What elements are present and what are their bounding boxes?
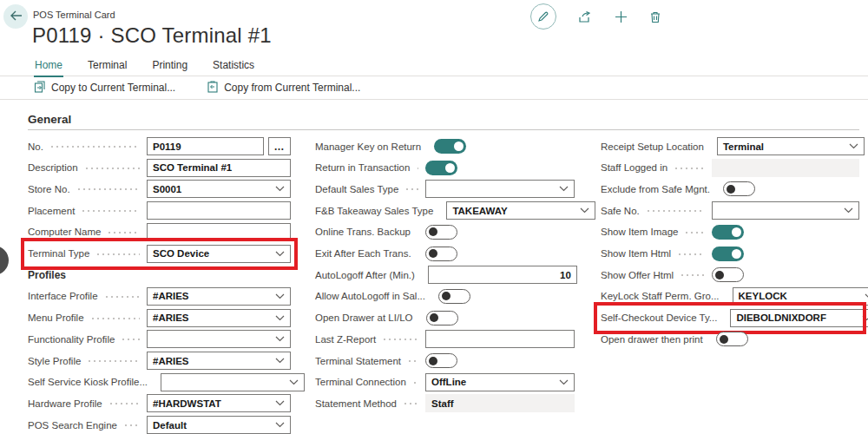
input-autologoff-after-min[interactable]: 10	[428, 266, 577, 284]
select-pos-search-engine[interactable]: Default	[147, 416, 291, 434]
toggle-open-drawer-at-li-lo[interactable]	[426, 311, 458, 326]
toggle-allow-autologoff-in-sal[interactable]	[438, 289, 470, 304]
field-control	[716, 332, 864, 346]
breadcrumb[interactable]: POS Terminal Card	[33, 10, 115, 20]
assist-edit-button[interactable]: …	[268, 137, 291, 155]
chevron-down-icon[interactable]	[862, 315, 868, 321]
back-arrow-icon	[10, 9, 23, 24]
chevron-down-icon[interactable]	[865, 293, 868, 299]
field-label: Open drawer then print	[601, 334, 703, 345]
toggle-return-in-transaction[interactable]	[425, 161, 457, 175]
select-self-checkout-device-ty[interactable]: DIEBOLDNIXDORF	[730, 309, 868, 327]
chevron-down-icon[interactable]	[275, 400, 285, 406]
chevron-down-icon[interactable]	[844, 207, 853, 214]
field-row-allow-autologoff-in-sal: Allow AutoLogoff in Sal...	[315, 287, 575, 306]
share-icon[interactable]	[578, 10, 593, 23]
chevron-down-icon[interactable]	[275, 358, 285, 364]
form-column-1: No.P0119…DescriptionSCO Terminal #1Store…	[28, 136, 291, 434]
tab-statistics[interactable]: Statistics	[212, 57, 255, 77]
select-safe-no[interactable]	[712, 201, 859, 220]
input-computer-name[interactable]	[147, 223, 291, 241]
highlighted-field-row-self-checkout-device-ty: Self-Checkout Device Ty...DIEBOLDNIXDORF	[601, 309, 859, 327]
select-functionality-profile[interactable]	[147, 330, 291, 348]
field-label: Terminal Type	[28, 248, 89, 259]
tab-home[interactable]: Home	[34, 57, 63, 77]
chevron-down-icon[interactable]	[289, 379, 299, 385]
tab-terminal[interactable]: Terminal	[87, 57, 128, 77]
chevron-down-icon[interactable]	[849, 143, 858, 149]
select-terminal-type[interactable]: SCO Device	[147, 245, 291, 263]
select-terminal-connection[interactable]: OffLine	[425, 373, 575, 391]
form-column-2: Manager Key on ReturnReturn in Transacti…	[315, 136, 575, 434]
chevron-down-icon[interactable]	[559, 379, 569, 385]
highlighted-field-row-terminal-type: Terminal TypeSCO Device	[28, 245, 291, 263]
field-row-self-service-kiosk-profile: Self Service Kiosk Profile...	[28, 373, 291, 391]
select-receipt-setup-location[interactable]: Terminal	[717, 137, 865, 155]
back-button[interactable]	[3, 4, 28, 29]
field-control: DIEBOLDNIXDORF	[730, 309, 868, 327]
dotted-leader	[76, 188, 140, 190]
toggle-online-trans-backup[interactable]	[425, 225, 457, 240]
copy-to-action[interactable]: Copy to Current Terminal...	[34, 81, 175, 95]
dotted-leader	[123, 424, 140, 426]
chevron-down-icon[interactable]	[275, 251, 285, 257]
field-label: Interface Profile	[28, 291, 98, 301]
field-control	[438, 289, 588, 304]
field-label: Placement	[28, 206, 75, 216]
toggle-show-item-html[interactable]	[712, 247, 744, 261]
input-description[interactable]: SCO Terminal #1	[147, 159, 291, 177]
select-f-b-takeaway-sales-type[interactable]: TAKEAWAY	[446, 201, 595, 220]
toggle-exclude-from-safe-mgnt[interactable]	[723, 181, 755, 196]
input-placement[interactable]	[147, 201, 291, 220]
toggle-show-item-image[interactable]	[712, 225, 744, 240]
chevron-down-icon[interactable]	[275, 315, 285, 321]
field-label: Last Z-Report	[315, 334, 376, 345]
chevron-down-icon[interactable]	[275, 336, 285, 342]
dotted-leader	[108, 403, 140, 404]
section-title-general[interactable]: General	[28, 113, 71, 126]
field-control: S0001	[147, 180, 291, 198]
toggle-knob	[429, 357, 437, 365]
chevron-down-icon[interactable]	[275, 293, 285, 299]
field-label: KeyLock Staff Perm. Gro...	[601, 291, 720, 301]
field-control	[425, 161, 575, 175]
new-icon[interactable]	[615, 10, 628, 23]
chevron-down-icon[interactable]	[275, 422, 285, 428]
field-label: Exclude from Safe Mgnt.	[601, 184, 710, 194]
select-default-sales-type[interactable]	[425, 180, 575, 198]
select-menu-profile[interactable]: #ARIES	[147, 309, 291, 327]
field-control: #ARIES	[147, 309, 291, 327]
toggle-terminal-statement[interactable]	[425, 353, 457, 368]
field-label: Show Offer Html	[601, 270, 674, 280]
toggle-open-drawer-then-print[interactable]	[716, 332, 748, 346]
toggle-show-offer-html[interactable]	[712, 267, 744, 282]
chevron-down-icon[interactable]	[275, 186, 285, 192]
select-interface-profile[interactable]: #ARIES	[147, 287, 291, 306]
delete-icon[interactable]	[649, 10, 661, 23]
select-hardware-profile[interactable]: #HARDWSTAT	[147, 394, 291, 412]
toggle-manager-key-on-return[interactable]	[434, 139, 466, 154]
toggle-knob	[720, 335, 728, 344]
select-self-service-kiosk-profile[interactable]	[161, 373, 305, 391]
field-control	[723, 181, 868, 196]
field-value: #ARIES	[153, 356, 275, 366]
tab-printing[interactable]: Printing	[151, 57, 188, 77]
chevron-down-icon[interactable]	[559, 186, 569, 192]
select-style-profile[interactable]: #ARIES	[147, 352, 291, 370]
chevron-down-icon[interactable]	[580, 207, 589, 214]
general-form: No.P0119…DescriptionSCO Terminal #1Store…	[0, 136, 868, 434]
field-row-show-item-html: Show Item Html	[601, 245, 859, 263]
input-no[interactable]: P0119	[147, 137, 264, 155]
toggle-exit-after-each-trans[interactable]	[425, 247, 457, 261]
dotted-leader	[84, 168, 140, 169]
field-control	[425, 225, 575, 240]
field-label: No.	[28, 141, 43, 152]
field-control: Terminal	[717, 137, 865, 155]
field-control	[434, 139, 583, 154]
select-store-no[interactable]: S0001	[147, 180, 291, 198]
field-value: Terminal	[723, 141, 849, 152]
copy-from-action[interactable]: Copy from Current Terminal...	[207, 81, 360, 95]
edit-icon[interactable]	[530, 3, 556, 30]
input-last-z-report[interactable]	[425, 330, 575, 348]
select-keylock-staff-perm-gro[interactable]: KEYLOCK	[733, 287, 868, 306]
